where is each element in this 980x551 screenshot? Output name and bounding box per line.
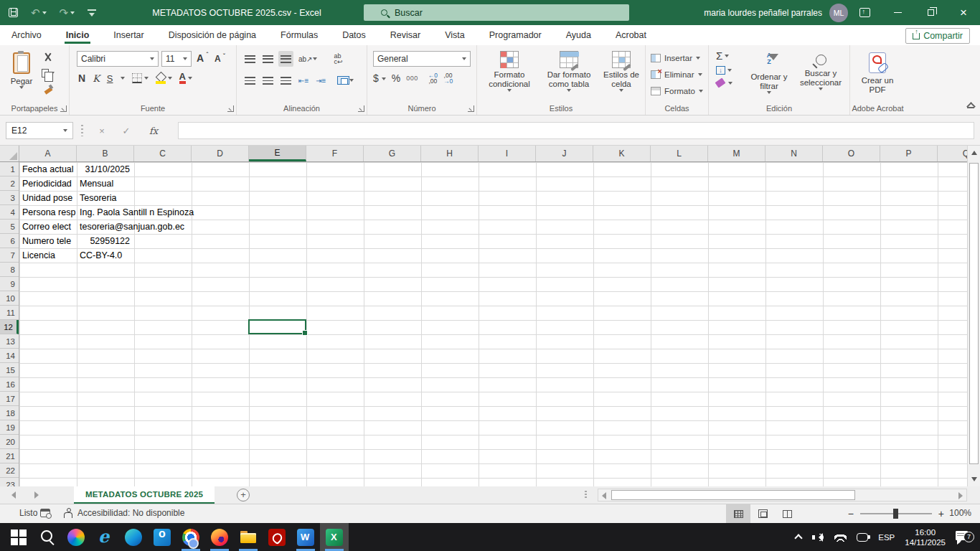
firefox-taskbar-button[interactable]: [205, 523, 234, 551]
avatar[interactable]: ML: [829, 4, 848, 22]
tab-programador[interactable]: Programador: [488, 27, 543, 44]
cut-icon[interactable]: [43, 52, 53, 62]
accounting-format-button[interactable]: $: [373, 72, 386, 84]
zoom-slider-thumb[interactable]: [893, 509, 898, 519]
font-dialog-launcher[interactable]: [227, 105, 234, 112]
accessibility-status[interactable]: Accesibilidad: No disponible: [77, 508, 184, 518]
tab-acrobat[interactable]: Acrobat: [614, 27, 648, 44]
tab-ayuda[interactable]: Ayuda: [565, 27, 593, 44]
row-header-11[interactable]: 11: [0, 306, 19, 320]
row-header-5[interactable]: 5: [0, 220, 19, 234]
insert-cells-button[interactable]: Insertar: [651, 50, 703, 66]
account-area[interactable]: maria lourdes peñafiel parrales ML: [704, 0, 848, 25]
number-dialog-launcher[interactable]: [468, 105, 474, 112]
add-sheet-button[interactable]: +: [237, 489, 250, 501]
format-cells-button[interactable]: Formato: [651, 83, 703, 99]
cell-B3-text[interactable]: Tesoreria: [77, 191, 116, 205]
row-header-9[interactable]: 9: [0, 277, 19, 291]
copy-button[interactable]: [42, 69, 55, 77]
cell-B5-text[interactable]: tesoreria@sanjuan.gob.ec: [77, 220, 184, 234]
wifi-icon[interactable]: [834, 533, 847, 542]
fill-color-button[interactable]: [156, 73, 172, 84]
redo-button[interactable]: ↷: [60, 7, 75, 18]
clear-button[interactable]: [716, 80, 732, 86]
scroll-right-button[interactable]: [958, 492, 963, 499]
acrobat-taskbar-button[interactable]: [263, 523, 291, 551]
record-macro-icon[interactable]: [40, 509, 50, 517]
decrease-font-size-button[interactable]: Aˇ: [215, 54, 225, 64]
language-indicator[interactable]: ESP: [878, 533, 895, 542]
column-header-K[interactable]: K: [593, 146, 651, 161]
column-header-I[interactable]: I: [479, 146, 536, 161]
row-header-8[interactable]: 8: [0, 263, 19, 277]
horizontal-scrollbar[interactable]: [598, 489, 967, 501]
word-taskbar-button[interactable]: [291, 523, 320, 551]
save-button[interactable]: [9, 8, 18, 17]
align-bottom-button[interactable]: [278, 51, 293, 67]
internet-explorer-taskbar-button[interactable]: [90, 523, 119, 551]
italic-button[interactable]: K: [93, 73, 100, 84]
row-header-13[interactable]: 13: [0, 334, 19, 349]
cell-A6-text[interactable]: Numero tele: [19, 234, 76, 248]
column-header-J[interactable]: J: [536, 146, 593, 161]
close-button[interactable]: ×: [947, 0, 980, 25]
column-header-A[interactable]: A: [19, 146, 77, 161]
selected-cell-outline[interactable]: [248, 319, 306, 334]
sheet-bar-splitter[interactable]: [585, 491, 587, 499]
scroll-up-button[interactable]: [969, 148, 979, 157]
column-header-Q[interactable]: Q: [938, 146, 967, 161]
cell-styles-button[interactable]: Estilos de celda: [599, 47, 644, 107]
cell-B1-text[interactable]: 31/10/2025: [77, 162, 132, 176]
tab-inicio[interactable]: Inicio: [65, 27, 91, 44]
font-name-select[interactable]: Calibri: [77, 51, 159, 67]
search-taskbar-button[interactable]: [33, 523, 62, 551]
cell-B4-text[interactable]: Ing. Paola Santill n Espinoza: [77, 205, 194, 220]
vertical-scrollbar-thumb[interactable]: [969, 163, 979, 464]
conditional-formatting-button[interactable]: Formato condicional: [480, 47, 539, 107]
insert-function-button[interactable]: fx: [143, 122, 164, 139]
orientation-button[interactable]: ab↗: [296, 51, 319, 67]
delete-cells-button[interactable]: Eliminar: [651, 66, 703, 83]
tab-vista[interactable]: Vista: [443, 27, 466, 44]
ribbon-display-options-button[interactable]: [848, 0, 881, 25]
cell-B6-text[interactable]: 52959122: [77, 234, 132, 248]
cell-A4-text[interactable]: Persona resp: [19, 205, 76, 220]
cell-A2-text[interactable]: Periodicidad: [19, 176, 76, 191]
row-header-1[interactable]: 1: [0, 162, 19, 176]
zoom-level[interactable]: 100%: [949, 508, 971, 518]
column-header-P[interactable]: P: [880, 146, 938, 161]
clipboard-dialog-launcher[interactable]: [60, 105, 67, 112]
tray-expand-icon[interactable]: [795, 534, 803, 542]
column-header-L[interactable]: L: [651, 146, 708, 161]
number-format-select[interactable]: General: [373, 51, 471, 67]
align-right-button[interactable]: [278, 72, 293, 88]
tab-insertar[interactable]: Insertar: [112, 27, 145, 44]
underline-button[interactable]: S: [107, 73, 113, 84]
row-header-18[interactable]: 18: [0, 406, 19, 420]
fill-button[interactable]: ↓: [716, 66, 732, 75]
minimize-button[interactable]: [881, 0, 914, 25]
column-header-C[interactable]: C: [134, 146, 192, 161]
row-header-20[interactable]: 20: [0, 435, 19, 449]
scroll-down-button[interactable]: [969, 474, 979, 484]
scroll-left-button[interactable]: [602, 492, 606, 499]
cell-B7-text[interactable]: CC-BY-4.0: [77, 248, 122, 263]
row-header-3[interactable]: 3: [0, 191, 19, 205]
undo-button[interactable]: ↶: [31, 7, 47, 18]
increase-indent-button[interactable]: ⇥≡: [314, 72, 328, 88]
formula-bar-handle[interactable]: [81, 125, 83, 136]
tab-revisar[interactable]: Revisar: [389, 27, 422, 44]
outlook-taskbar-button[interactable]: [148, 523, 176, 551]
cell-A7-text[interactable]: Licencia: [19, 248, 76, 263]
column-header-M[interactable]: M: [708, 146, 765, 161]
row-header-4[interactable]: 4: [0, 205, 19, 220]
format-as-table-button[interactable]: Dar formato como tabla: [539, 47, 599, 107]
row-header-19[interactable]: 19: [0, 420, 19, 435]
notifications-button[interactable]: 7: [956, 530, 973, 545]
column-header-B[interactable]: B: [77, 146, 134, 161]
search-input[interactable]: Buscar: [364, 4, 629, 21]
zoom-out-button[interactable]: −: [848, 508, 854, 519]
align-top-button[interactable]: [242, 51, 258, 67]
volume-icon[interactable]: [811, 532, 824, 543]
tab-formulas[interactable]: Fórmulas: [279, 27, 319, 44]
